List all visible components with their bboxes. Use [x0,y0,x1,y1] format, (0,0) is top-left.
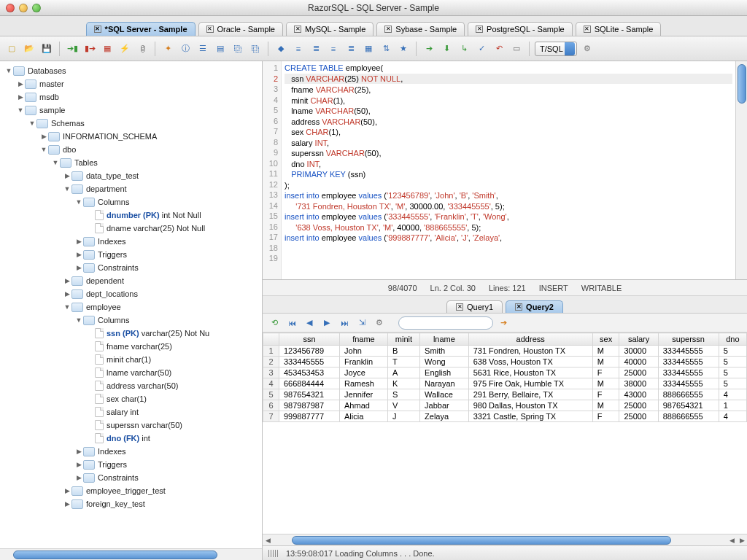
grid-cell[interactable]: 980 Dallas, Houston TX [468,400,592,411]
collapse-icon[interactable]: ▶ [74,474,83,481]
grid-cell[interactable]: 888666555 [658,389,719,400]
tree-folder[interactable]: ▶foreign_key_test [0,497,262,510]
grid-cell[interactable]: F [592,389,619,400]
results-search-input[interactable] [398,316,493,330]
collapse-icon[interactable]: ▶ [63,172,71,179]
grid-cell[interactable]: Ramesh [340,378,388,389]
grid-col-header[interactable]: minit [387,333,419,346]
grid-row[interactable]: 5987654321JenniferSWallace291 Berry, Bel… [263,389,747,400]
grid-row[interactable]: 3453453453JoyceAEnglish5631 Rice, Housto… [263,368,747,378]
grid-cell[interactable]: 975 Fire Oak, Humble TX [468,378,592,389]
grid-cell[interactable]: Jabbar [420,400,469,411]
grid-cell[interactable]: 987654321 [658,400,719,411]
minimize-window-button[interactable] [19,4,28,12]
grid-cell[interactable]: S [387,389,419,400]
grid-cell[interactable]: 4 [719,411,746,422]
expand-icon[interactable]: ▼ [4,67,13,74]
grid-row[interactable]: 2333445555FranklinTWong638 Voss, Houston… [263,357,747,368]
connection-tab[interactable]: ✕SQLite - Sample [576,22,662,36]
script-button[interactable]: ▤ [213,42,228,56]
connect-button[interactable]: ➔▮ [65,42,80,56]
grid-cell[interactable]: 1 [719,400,746,411]
expand-icon[interactable]: ▼ [28,120,36,127]
tree-folder[interactable]: ▼employee [0,300,262,314]
tree-folder[interactable]: ▼Schemas [0,117,262,130]
new-file-button[interactable]: ▢ [4,42,19,56]
close-conn-button[interactable]: ▦ [100,42,115,56]
save-file-button[interactable]: 💾 [39,42,54,56]
grid-cell[interactable]: 25000 [619,400,658,411]
grid-cell[interactable]: 666884444 [279,378,340,389]
tree-folder[interactable]: ▼department [0,182,262,195]
grid-cell[interactable]: 25000 [619,411,658,422]
tree-column-leaf[interactable]: ssn (PK) varchar(25) Not Nu [0,327,262,340]
grid-cell[interactable]: 888666555 [658,411,719,422]
grid-cell[interactable]: 25000 [619,368,658,378]
grid-cell[interactable]: 38000 [619,378,658,389]
grid-cell[interactable]: 123456789 [279,346,340,357]
grid-cell[interactable]: 3321 Castle, Spring TX [468,411,592,422]
tree-folder[interactable]: ▶msdb [0,90,262,104]
tree-column-leaf[interactable]: dname varchar(25) Not Null [0,222,262,235]
grid-button[interactable]: ▦ [361,42,376,56]
close-tab-icon[interactable]: ✕ [384,26,392,33]
sort-button[interactable]: ⇅ [379,42,393,56]
tree-folder[interactable]: ▶Constraints [0,471,262,484]
collapse-icon[interactable]: ▶ [74,461,83,468]
tree-folder[interactable]: ▼dbo [0,143,262,156]
grid-cell[interactable]: 5631 Rice, Houston TX [468,368,592,378]
grid-row[interactable]: 4666884444RameshKNarayan975 Fire Oak, Hu… [263,378,747,389]
tree-h-scrollbar[interactable] [0,548,262,560]
align3-button[interactable]: ≡ [326,42,341,56]
collapse-icon[interactable]: ▶ [63,500,71,508]
tree-folder[interactable]: ▼Databases [0,64,262,77]
res-first-button[interactable]: ⏮ [285,316,299,330]
grid-cell[interactable]: 5 [719,378,746,389]
grid-h-scrollbar[interactable]: ◀◀▶ [263,534,747,545]
close-window-button[interactable] [6,4,15,12]
grid-row[interactable]: 1123456789JohnBSmith731 Fondren, Houston… [263,346,747,357]
grid-cell[interactable]: 987654321 [279,389,340,400]
info-button[interactable]: ⓘ [178,42,193,56]
grid-col-header[interactable]: lname [420,333,469,346]
tools-button[interactable]: ⚙ [580,42,595,56]
grid-col-header[interactable]: superssn [658,333,719,346]
align1-button[interactable]: ≡ [291,42,306,56]
notes-button[interactable]: ▭ [509,42,524,56]
sql-editor[interactable]: 12345678910111213141516171819 CREATE TAB… [263,61,747,280]
grid-row[interactable]: 6987987987AhmadVJabbar980 Dallas, Housto… [263,400,747,411]
check-button[interactable]: ✓ [474,42,489,56]
grid-cell[interactable]: Alicia [340,411,388,422]
magic-button[interactable]: ✦ [160,42,175,56]
grid-cell[interactable]: Zelaya [420,411,469,422]
grid-cell[interactable]: 987987987 [279,400,340,411]
grid-col-header[interactable]: address [468,333,592,346]
res-last-button[interactable]: ⏭ [337,316,352,330]
book-button[interactable]: ◆ [274,42,288,56]
grid-cell[interactable]: Wallace [420,389,469,400]
collapse-icon[interactable]: ▶ [16,93,25,101]
grid-cell[interactable]: 291 Berry, Bellaire, TX [468,389,592,400]
collapse-icon[interactable]: ▶ [74,251,83,258]
grid-cell[interactable]: 333445555 [658,357,719,368]
grid-cell[interactable]: M [592,357,619,368]
tree-folder[interactable]: ▶Constraints [0,261,262,274]
grid-col-header[interactable]: ssn [279,333,340,346]
tree-column-leaf[interactable]: minit char(1) [0,353,262,366]
grid-cell[interactable]: Smith [420,346,469,357]
grid-cell[interactable]: K [387,378,419,389]
res-export-button[interactable]: ⇲ [355,316,369,330]
grid-cell[interactable]: 4 [719,389,746,400]
collapse-icon[interactable]: ▶ [74,238,83,245]
tree-folder[interactable]: ▶Indexes [0,445,262,458]
collapse-icon[interactable]: ▶ [39,133,48,140]
grid-col-header[interactable]: sex [592,333,619,346]
syntax-select[interactable]: T/SQL [535,42,577,56]
tree-folder[interactable]: ▼Columns [0,195,262,209]
grid-cell[interactable]: T [387,357,419,368]
grid-cell[interactable]: F [592,411,619,422]
grid-cell[interactable]: 731 Fondren, Houston TX [468,346,592,357]
connection-tab[interactable]: ✕Sybase - Sample [376,22,465,36]
db-tree[interactable]: ▼Databases▶master▶msdb▼sample▼Schemas▶IN… [0,61,262,548]
grid-cell[interactable]: Jennifer [340,389,388,400]
